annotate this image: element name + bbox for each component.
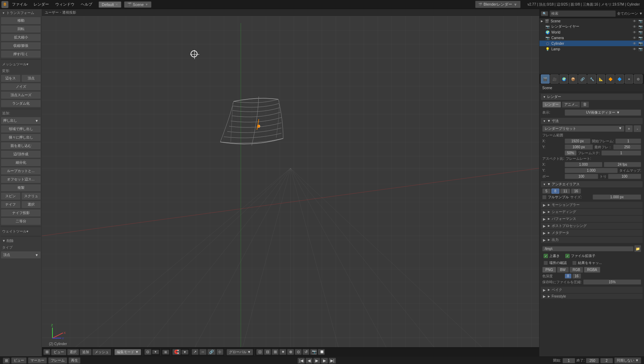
all-scenes-label[interactable]: 全てのシーン ▼ <box>617 11 643 16</box>
preset-del-btn[interactable]: - <box>634 125 641 132</box>
btn-scale[interactable]: 拡大縮小 <box>1 34 41 41</box>
motion-blur-section[interactable]: ▶ ► モーションブラー <box>541 202 643 208</box>
format-rgb-btn[interactable]: RGB <box>570 267 584 273</box>
timeline-sync[interactable]: 同期しない ▼ <box>614 357 641 364</box>
vp-icon-f[interactable]: ⊙ <box>295 349 302 355</box>
menu-file[interactable]: ファイル <box>9 1 30 8</box>
timeline-view[interactable]: ビュー <box>11 357 27 364</box>
path-browse-btn[interactable]: 📁 <box>634 245 641 252</box>
vp-proportional-btn[interactable]: ⊙ <box>144 349 151 355</box>
play-btn[interactable]: ▶ <box>313 358 320 364</box>
btn-extrude-individual[interactable]: 個々に押し出し <box>1 134 41 141</box>
vp-global-btn[interactable]: グローバル ▼ <box>227 349 253 355</box>
play-jump-start[interactable]: |◀ <box>298 358 305 364</box>
btn-bevel[interactable]: 辺/頂作成 <box>1 150 41 158</box>
vp-icon-i[interactable]: 🔲 <box>318 349 325 355</box>
menu-window[interactable]: ウィンドウ <box>52 1 77 8</box>
start-frame-value[interactable]: 1 <box>615 138 641 144</box>
vp-edit-mode-btn[interactable]: 編集モード ▼ <box>114 349 141 355</box>
vp-view-nums[interactable]: ⊞ <box>162 350 169 355</box>
render-section[interactable]: ▼ レンダー <box>541 94 643 100</box>
vp-view-btn[interactable]: ビュー <box>51 349 66 355</box>
btn-push[interactable]: 押す/引く <box>1 50 41 58</box>
btn-smooth[interactable]: 頂点スムーズ <box>1 91 41 99</box>
lamp-restrict[interactable]: 📷 <box>638 47 643 51</box>
post-processing-section[interactable]: ▶ ► ポストプロセッシング <box>541 223 643 229</box>
antialias-section[interactable]: ▼ ▼ アンチエイリアス <box>541 181 643 187</box>
prop-icon-constraints[interactable]: 🔗 <box>578 74 587 84</box>
aa-btn-8[interactable]: 8 <box>551 188 560 194</box>
btn-extrude[interactable]: 押し出し ▼ <box>1 117 41 124</box>
preset-add-btn[interactable]: + <box>625 125 633 132</box>
prop-icon-modifiers[interactable]: 🔧 <box>587 74 596 84</box>
prop-icon-object[interactable]: 📦 <box>569 74 578 84</box>
timeline-widget[interactable]: ⊞ <box>3 358 10 364</box>
aa-size-value[interactable]: 1.000 px <box>593 194 641 200</box>
prop-icon-physics[interactable]: ⚙ <box>634 74 643 84</box>
menu-help[interactable]: ヘルプ <box>78 1 95 8</box>
vp-snap-btn[interactable]: 🧲 <box>172 349 181 355</box>
outliner-item-world[interactable]: 🌍 World 👁 📷 <box>539 29 644 35</box>
scene-tab[interactable]: 🎬 Scene ▼ <box>124 1 151 8</box>
btn-offset-edge[interactable]: オフセット辺ス... <box>1 176 41 183</box>
btn-knife[interactable]: ナイフ <box>1 201 21 208</box>
freestyle-section[interactable]: ▶ ► Freestyle <box>541 294 643 299</box>
full-sample-checkbox[interactable] <box>542 195 546 199</box>
btn-type-value[interactable]: 頂点 ▼ <box>1 251 41 259</box>
metadata-section[interactable]: ▶ ► メタデータ <box>541 230 643 236</box>
display-value[interactable]: UV画像エディター ▼ <box>565 109 641 116</box>
cd-16-btn[interactable]: 16 <box>572 273 581 279</box>
aa-btn-5[interactable]: 5 <box>542 188 551 194</box>
workspace-tab-default[interactable]: Default ✕ <box>99 1 121 8</box>
menu-render[interactable]: レンダー <box>31 1 52 8</box>
timeline-frame[interactable]: フレーム <box>48 357 67 364</box>
prop-icon-particles[interactable]: ✦ <box>625 74 634 84</box>
shading-section[interactable]: ▶ ► シェーディング <box>541 209 643 215</box>
btn-bisect[interactable]: 二等分 <box>1 217 41 225</box>
render-subtab-sound[interactable]: 音 <box>581 101 589 108</box>
btn-face-inset[interactable]: 面を差し込む <box>1 142 41 150</box>
format-png-btn[interactable]: PNG <box>542 267 556 273</box>
cylinder-object[interactable] <box>206 86 297 157</box>
renderlayer-eye[interactable]: 👁 <box>633 25 636 29</box>
render-preset-btn[interactable]: レンダープリセット ▼ <box>542 126 624 132</box>
scene-render-toggle[interactable]: 📷 <box>638 19 643 23</box>
vp-snap-type[interactable]: ▼ <box>181 350 188 355</box>
vp-mesh-btn[interactable]: メッシュ <box>92 349 111 355</box>
prop-icon-data[interactable]: 📐 <box>597 74 606 84</box>
outliner-item-renderlayer[interactable]: 📷 レンダーレイヤー 👁 📷 <box>539 24 644 29</box>
to-value[interactable]: 100 <box>608 174 642 179</box>
placeholder-checkbox[interactable] <box>544 261 548 265</box>
outliner-item-scene[interactable]: ▶ 🎬 Scene 👁 📷 <box>539 18 644 24</box>
btn-duplicate[interactable]: 複製 <box>1 184 41 192</box>
vp-icon-1[interactable]: ↗ <box>192 349 199 355</box>
btn-noise[interactable]: ノイズ <box>1 83 41 91</box>
vp-add-btn[interactable]: 追加 <box>80 349 92 355</box>
aspect-x-value[interactable]: 1.000 <box>565 162 602 167</box>
btn-shrink[interactable]: 収縮/膨張 <box>1 42 41 50</box>
vp-icon-h[interactable]: 📷 <box>310 349 317 355</box>
lamp-eye[interactable]: 👁 <box>633 47 636 51</box>
vp-select-btn[interactable]: 選択 <box>67 349 79 355</box>
vp-icon-4[interactable]: ⊹ <box>216 349 223 355</box>
prop-icon-materials[interactable]: 🔶 <box>606 74 615 84</box>
output-path[interactable]: /tmp\ <box>542 246 634 251</box>
play-step-fwd[interactable]: ▶ <box>321 358 328 364</box>
scene-eye[interactable]: 👁 <box>633 19 636 23</box>
btn-edge-slide[interactable]: 辺をス <box>1 74 21 82</box>
render-subtab-anim[interactable]: アニメ... <box>562 101 580 108</box>
btn-screw[interactable]: スクリュ <box>21 192 41 200</box>
aa-btn-11[interactable]: 11 <box>560 188 570 194</box>
vp-icon-3[interactable]: 🔗 <box>207 349 216 355</box>
vp-proportional-type-btn[interactable]: ▼ <box>152 350 159 354</box>
frame-step-value[interactable]: 1 <box>601 150 641 156</box>
output-collapsed-section[interactable]: ▶ ► 出力 <box>541 237 643 243</box>
outliner-item-camera[interactable]: 📷 Camera 👁 📷 <box>539 35 644 41</box>
btn-randomize[interactable]: ランダム化 <box>1 100 41 107</box>
vp-icon-b[interactable]: ⊟ <box>264 349 271 355</box>
blender-logo[interactable]: B <box>1 1 8 8</box>
btn-knife-project[interactable]: ナイフ投影 <box>1 209 41 217</box>
res-y-value[interactable]: 1080 px <box>565 144 593 150</box>
cylinder-eye[interactable]: 👁 <box>633 42 636 45</box>
btn-select[interactable]: 選択 <box>21 201 41 208</box>
